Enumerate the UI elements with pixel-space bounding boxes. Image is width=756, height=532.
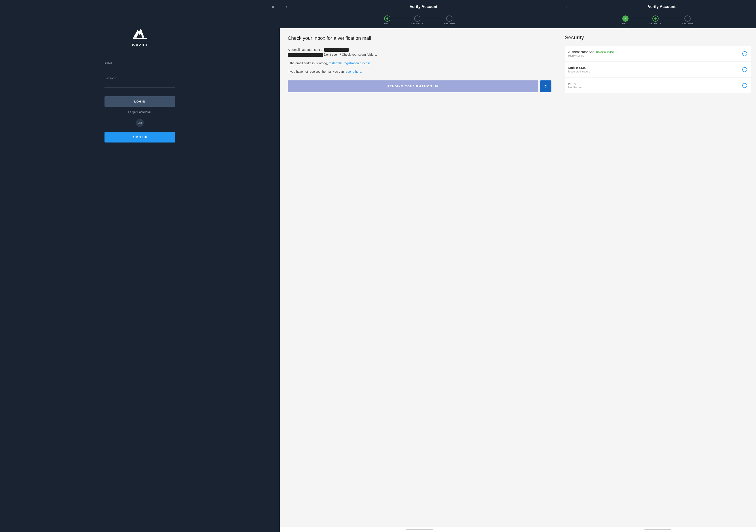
authenticator-subtitle: Highly secure [568,54,742,57]
security-option-authenticator[interactable]: Authenticator App Recommended Highly sec… [565,46,751,62]
security-content: Security Authenticator App Recommended H… [559,28,756,527]
sec-step-security: SECURITY [650,15,662,25]
authenticator-info: Authenticator App Recommended Highly sec… [568,50,742,57]
authenticator-title: Authenticator App Recommended [568,50,742,54]
sec-step-email-circle: ✓ [622,15,629,22]
step-email-label: EMAIL [384,22,391,25]
security-option-none[interactable]: None Not Secure [565,78,751,93]
verify-email-heading: Check your inbox for a verification mail [288,35,552,41]
sms-title: Mobile SMS [568,66,742,69]
close-button[interactable]: × [272,4,274,9]
step-welcome-label: WELCOME [444,22,455,25]
desc1-prefix: An email has been sent to [288,48,324,51]
verify-security-steps: ✓ EMAIL SECURITY WELCOME [559,13,756,28]
step-line-2 [424,18,442,18]
desc1-suffix: Don't see it? Check your spam folders. [324,53,377,56]
verify-email-content: Check your inbox for a verification mail… [280,28,559,527]
sms-radio[interactable] [742,67,747,72]
verify-email-desc1: An email has been sent to Don't see it? … [288,47,552,57]
sec-step-email: ✓ EMAIL [622,15,629,25]
redacted-email-1 [324,48,349,52]
security-heading: Security [565,35,751,40]
step-welcome-circle [446,15,452,22]
pending-label: PENDING CONFIRMATION [388,85,432,88]
step-welcome: WELCOME [444,15,455,25]
or-divider: OR [136,119,144,127]
login-panel: × wazirx Email Password LOGIN Forgot Pas… [0,0,280,532]
scroll-indicator-middle [406,529,433,530]
step-security: SECURITY [411,15,423,25]
none-info: None Not Secure [568,82,742,89]
sms-subtitle: Moderately secure [568,70,742,73]
verify-security-back-button[interactable]: ← [565,4,569,9]
verify-security-header: ← Verify Account [559,0,756,13]
verify-security-title: Verify Account [573,4,751,9]
step-email-circle [384,15,391,22]
verify-email-header: ← Verify Account [280,0,559,13]
verify-email-title: Verify Account [293,4,554,9]
pending-confirmation-button[interactable]: PENDING CONFIRMATION ✉ [288,80,538,93]
none-title: None [568,82,742,86]
step-security-label: SECURITY [411,22,423,25]
authenticator-title-text: Authenticator App [568,50,594,54]
refresh-button[interactable]: ↻ [540,80,552,93]
svg-marker-0 [133,29,144,38]
security-option-sms[interactable]: Mobile SMS Moderately secure [565,62,751,77]
svg-rect-1 [133,38,147,39]
email-input[interactable] [104,66,175,72]
email-form-group: Email [104,61,175,72]
none-title-text: None [568,82,576,86]
verify-email-steps: EMAIL SECURITY WELCOME [280,13,559,28]
sec-step-welcome-circle [685,15,690,22]
none-radio[interactable] [742,83,747,88]
authenticator-radio[interactable] [742,51,747,56]
sms-info: Mobile SMS Moderately secure [568,66,742,73]
sec-step-line-1 [631,18,648,18]
verify-email-desc2: If the email address is wrong, restart t… [288,61,552,66]
pending-btn-row: PENDING CONFIRMATION ✉ ↻ [288,80,552,93]
sec-step-line-2 [662,18,680,18]
password-input[interactable] [104,81,175,88]
password-form-group: Password [104,76,175,88]
signup-button[interactable]: SIGN UP [104,132,175,143]
sec-step-security-label: SECURITY [650,22,662,25]
scroll-indicator-right [644,529,671,530]
password-label: Password [104,76,175,80]
wazirx-logo [131,27,149,40]
or-label: OR [136,119,144,127]
verify-email-panel: ← Verify Account EMAIL SECURITY WELCOME … [280,0,559,532]
resend-link[interactable]: resend here [345,70,362,73]
none-subtitle: Not Secure [568,86,742,89]
sms-title-text: Mobile SMS [568,66,586,69]
checkmark-icon: ✓ [624,17,627,20]
verify-security-panel: ← Verify Account ✓ EMAIL SECURITY WELCOM… [559,0,756,532]
sec-step-email-label: EMAIL [622,22,629,25]
restart-link[interactable]: restart the registration process [329,62,370,65]
logo-container: wazirx [131,27,149,48]
redacted-email-2 [288,53,323,57]
sec-step-welcome-label: WELCOME [682,22,693,25]
step-email: EMAIL [384,15,391,25]
verify-email-desc3: If you have not received the mail you ca… [288,69,552,74]
step-security-circle [414,15,420,22]
verify-email-back-button[interactable]: ← [285,4,289,9]
email-icon: ✉ [435,84,439,89]
recommended-badge: Recommended [596,51,614,53]
email-label: Email [104,61,175,64]
login-button[interactable]: LOGIN [104,96,175,107]
sec-step-security-circle [652,15,659,22]
step-line-1 [392,18,410,18]
forgot-password-link[interactable]: Forgot Password? [128,110,151,114]
logo-text: wazirx [132,42,148,48]
sec-step-welcome: WELCOME [682,15,693,25]
